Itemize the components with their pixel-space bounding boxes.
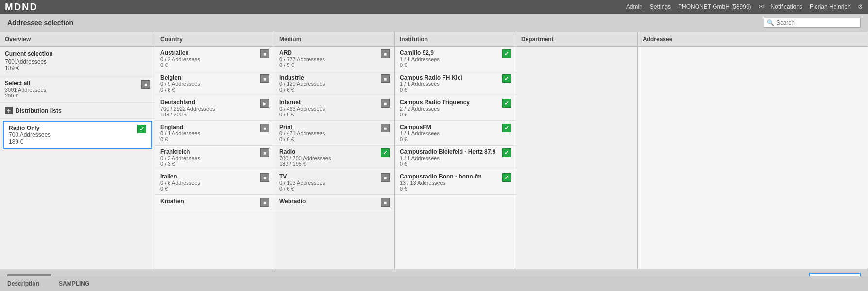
notifications-label[interactable]: Notifications: [771, 3, 802, 10]
medium-item[interactable]: Internet 0 / 463 Addressees 0 / 6 €: [274, 96, 394, 121]
medium-item[interactable]: Radio 700 / 700 Addressees 189 / 195 €: [274, 146, 394, 170]
institution-item[interactable]: Campusradio Bonn - bonn.fm 13 / 13 Addre…: [395, 170, 516, 195]
institution-item[interactable]: CampusFM 1 / 1 Addressees 0 €: [395, 121, 516, 146]
dist-item-addressees: 700 Addressees: [9, 131, 51, 138]
institution-item-checkbox[interactable]: [502, 99, 511, 108]
country-item-text: England 0 / 1 Addressees 0 €: [160, 124, 200, 142]
medium-item-text: Radio 700 / 700 Addressees 189 / 195 €: [279, 148, 331, 167]
medium-item-text: Industrie 0 / 120 Addressees 0 / 6 €: [279, 74, 325, 93]
addressee-selection-modal: Addressee selection 🔍 Overview Current s…: [0, 14, 868, 291]
top-bar: MDND Admin Settings PHONONET GmbH (58999…: [0, 0, 868, 14]
medium-item-sub1: 0 / 777 Addressees: [279, 56, 325, 62]
description-label: Description: [7, 280, 39, 287]
country-item[interactable]: Italien 0 / 6 Addressees 0 €: [155, 170, 274, 195]
medium-item-checkbox[interactable]: [381, 173, 390, 182]
medium-item-checkbox[interactable]: [381, 49, 390, 58]
country-item-name: England: [160, 124, 200, 130]
notifications-icon[interactable]: ✉: [759, 3, 764, 10]
modal-body: Overview Current selection 700 Addressee…: [0, 32, 868, 269]
institution-header: Institution: [395, 32, 516, 47]
select-all-checkbox[interactable]: [141, 80, 150, 89]
country-item-checkbox[interactable]: [260, 74, 269, 83]
search-input[interactable]: [776, 19, 857, 26]
search-box[interactable]: 🔍: [764, 18, 861, 28]
medium-item-checkbox[interactable]: [381, 148, 390, 157]
institution-item[interactable]: Camillo 92,9 1 / 1 Addressees 0 €: [395, 47, 516, 71]
medium-item-sub2: 0 / 6 €: [279, 87, 325, 93]
add-distribution-list-button[interactable]: +: [5, 107, 13, 114]
admin-menu[interactable]: Admin: [626, 3, 643, 10]
current-selection-title: Current selection: [5, 50, 150, 57]
medium-item[interactable]: Print 0 / 471 Addressees 0 / 6 €: [274, 121, 394, 146]
select-all-price: 200 €: [5, 93, 46, 98]
country-item-checkbox[interactable]: [260, 49, 269, 58]
settings-menu[interactable]: Settings: [650, 3, 671, 10]
country-item[interactable]: Kroatien: [155, 195, 274, 210]
institution-item-name: CampusFM: [400, 124, 440, 130]
institution-item[interactable]: Campusradio Bielefeld - Hertz 87.9 1 / 1…: [395, 146, 516, 170]
country-item-checkbox[interactable]: [260, 148, 269, 157]
overview-content: Current selection 700 Addressees 189 € S…: [0, 47, 155, 269]
country-item[interactable]: Deutschland 700 / 2922 Addressees 189 / …: [155, 96, 274, 121]
dist-item-checkbox[interactable]: [137, 125, 146, 133]
institution-item[interactable]: Campus Radio Triquency 2 / 2 Addressees …: [395, 96, 516, 121]
country-item-sub1: 0 / 2 Addressees: [160, 56, 200, 62]
institution-item-checkbox[interactable]: [502, 124, 511, 132]
country-item-checkbox[interactable]: [260, 124, 269, 132]
distribution-list-item[interactable]: Radio Only 700 Addressees 189 €: [3, 121, 152, 149]
medium-item-text: TV 0 / 103 Addressees 0 / 6 €: [279, 173, 325, 192]
country-item-text: Belgien 0 / 9 Addressees 0 / 6 €: [160, 74, 200, 93]
institution-item-sub2: 0 €: [400, 161, 495, 167]
medium-item[interactable]: Webradio: [274, 195, 394, 210]
country-item[interactable]: Belgien 0 / 9 Addressees 0 / 6 €: [155, 71, 274, 96]
column-medium: Medium ARD 0 / 777 Addressees 0 / 5 € In…: [274, 32, 395, 269]
institution-item-checkbox[interactable]: [502, 74, 511, 83]
medium-item-sub1: 0 / 120 Addressees: [279, 81, 325, 87]
addressee-header: Addressee: [638, 32, 868, 47]
institution-item-sub2: 0 €: [400, 112, 470, 117]
medium-item-checkbox[interactable]: [381, 99, 390, 108]
select-all-row[interactable]: Select all 3001 Addressees 200 €: [0, 76, 155, 103]
user-settings-icon[interactable]: ⚙: [858, 3, 863, 10]
institution-item-checkbox[interactable]: [502, 173, 511, 182]
country-item-sub2: 189 / 200 €: [160, 112, 215, 117]
country-content: Australien 0 / 2 Addressees 0 € Belgien …: [155, 47, 274, 269]
modal-title: Addressee selection: [7, 19, 73, 27]
medium-item-sub1: 0 / 103 Addressees: [279, 180, 325, 186]
company-label: PHONONET GmbH (58999): [678, 3, 751, 10]
institution-content: Camillo 92,9 1 / 1 Addressees 0 € Campus…: [395, 47, 516, 269]
medium-item[interactable]: TV 0 / 103 Addressees 0 / 6 €: [274, 170, 394, 195]
country-header: Country: [155, 32, 274, 47]
institution-item-checkbox[interactable]: [502, 148, 511, 157]
institution-item-checkbox[interactable]: [502, 49, 511, 58]
search-icon: 🔍: [767, 19, 774, 26]
dist-item-price: 189 €: [9, 138, 51, 145]
country-item[interactable]: Frankreich 0 / 3 Addressees 0 / 3 €: [155, 146, 274, 170]
medium-item-checkbox[interactable]: [381, 74, 390, 83]
country-item-checkbox[interactable]: [260, 173, 269, 182]
overview-header: Overview: [0, 32, 155, 47]
country-item[interactable]: England 0 / 1 Addressees 0 €: [155, 121, 274, 146]
country-item-sub1: 0 / 1 Addressees: [160, 130, 200, 136]
medium-item[interactable]: ARD 0 / 777 Addressees 0 / 5 €: [274, 47, 394, 71]
institution-item-sub1: 1 / 1 Addressees: [400, 130, 440, 136]
bottom-bar: Description SAMPLING: [0, 276, 868, 291]
dist-item-name: Radio Only: [9, 125, 51, 131]
department-content: [516, 47, 637, 269]
country-item[interactable]: Australien 0 / 2 Addressees 0 €: [155, 47, 274, 71]
country-item-checkbox[interactable]: [260, 198, 269, 207]
country-item-checkbox[interactable]: [260, 99, 269, 108]
medium-item-sub1: 700 / 700 Addressees: [279, 155, 331, 161]
institution-item[interactable]: Campus Radio FH Kiel 1 / 1 Addressees 0 …: [395, 71, 516, 96]
institution-item-text: Campusradio Bonn - bonn.fm 13 / 13 Addre…: [400, 173, 482, 192]
medium-item-name: Print: [279, 124, 325, 130]
medium-item-checkbox[interactable]: [381, 124, 390, 132]
column-overview: Overview Current selection 700 Addressee…: [0, 32, 155, 269]
country-item-sub1: 700 / 2922 Addressees: [160, 106, 215, 112]
institution-item-sub1: 1 / 1 Addressees: [400, 81, 462, 87]
country-item-text: Frankreich 0 / 3 Addressees 0 / 3 €: [160, 148, 200, 167]
medium-item[interactable]: Industrie 0 / 120 Addressees 0 / 6 €: [274, 71, 394, 96]
medium-item-sub2: 0 / 5 €: [279, 62, 325, 68]
medium-item-checkbox[interactable]: [381, 198, 390, 207]
country-item-sub1: 0 / 6 Addressees: [160, 180, 200, 186]
